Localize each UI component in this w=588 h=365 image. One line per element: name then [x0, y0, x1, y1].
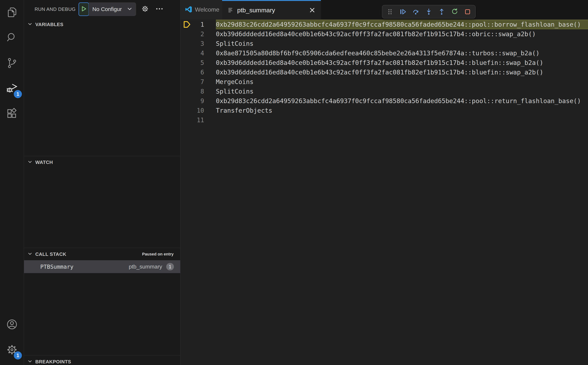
sidebar-header: RUN AND DEBUG No Configur — [24, 0, 180, 18]
debug-config-dropdown[interactable]: No Configur — [89, 2, 136, 16]
execution-pointer-icon — [181, 21, 192, 28]
code-line: 3 SplitCoins — [181, 39, 588, 48]
account-icon — [6, 318, 18, 331]
code-text[interactable]: 0xb29d83c26cdd2a64959263abbcfc4a6937f0c9… — [216, 96, 588, 106]
restart-button[interactable] — [451, 8, 458, 15]
tab-welcome[interactable]: Welcome — [181, 0, 222, 19]
sidebar-title: RUN AND DEBUG — [35, 7, 76, 12]
variables-section: VARIABLES — [24, 18, 180, 156]
file-lines-icon — [228, 7, 234, 13]
stack-frame-badge: 1 — [166, 263, 174, 270]
search-icon — [6, 32, 18, 44]
play-icon — [81, 6, 87, 13]
code-text[interactable]: 0xb39d6dddedd16ed8a40ce0b1e6b43c92acf0ff… — [216, 29, 588, 39]
close-icon[interactable] — [309, 7, 315, 13]
sidebar-item-explorer[interactable] — [0, 0, 24, 25]
run-and-debug-sidebar: RUN AND DEBUG No Configur — [24, 0, 180, 365]
line-number: 8 — [192, 88, 204, 95]
step-into-button[interactable] — [425, 8, 432, 15]
code-line: 9 0xb29d83c26cdd2a64959263abbcfc4a6937f0… — [181, 96, 588, 106]
sidebar-item-source-control[interactable] — [0, 51, 24, 76]
code-text[interactable]: 0xb29d83c26cdd2a64959263abbcfc4a6937f0c9… — [216, 20, 588, 29]
code-text[interactable]: TransferObjects — [216, 106, 588, 115]
code-line: 2 0xb39d6dddedd16ed8a40ce0b1e6b43c92acf0… — [181, 29, 588, 39]
sidebar-item-run-and-debug[interactable]: 1 — [0, 76, 24, 101]
stop-icon — [464, 8, 471, 15]
step-over-button[interactable] — [412, 8, 420, 15]
continue-button[interactable] — [399, 8, 406, 15]
restart-icon — [451, 8, 458, 15]
code-line: 10 TransferObjects — [181, 106, 588, 115]
gear-icon — [141, 10, 149, 13]
line-number: 6 — [192, 69, 204, 76]
debug-sessions-badge: 1 — [14, 90, 22, 98]
stack-frame-source: ptb_summary — [129, 264, 162, 270]
activity-bar-bottom: 1 — [0, 312, 24, 365]
code-text[interactable]: MergeCoins — [216, 77, 588, 87]
line-number: 3 — [192, 40, 204, 47]
breakpoints-section-header[interactable]: BREAKPOINTS — [24, 356, 180, 365]
line-number: 9 — [192, 98, 204, 105]
ellipsis-icon — [156, 10, 163, 13]
line-number: 1 — [192, 21, 204, 28]
code-line: 1 0xb29d83c26cdd2a64959263abbcfc4a6937f0… — [181, 20, 588, 29]
manage-button[interactable]: 1 — [0, 337, 24, 363]
debug-config-label: No Configur — [92, 6, 127, 12]
debug-launch-control: No Configur — [78, 2, 136, 16]
code-line: 4 0x8ae871505a80d8bf6bf9c05906cda6edfeea… — [181, 48, 588, 58]
accounts-button[interactable] — [0, 312, 24, 337]
debug-toolbar — [382, 5, 476, 19]
line-number: 7 — [192, 78, 204, 85]
chevron-down-icon — [127, 6, 132, 12]
section-label: BREAKPOINTS — [35, 359, 71, 365]
code-text[interactable]: 0xb39d6dddedd16ed8a40ce0b1e6b43c92acf0ff… — [216, 58, 588, 67]
code-line: 11 — [181, 115, 588, 125]
step-over-icon — [412, 8, 420, 15]
code-line: 8 SplitCoins — [181, 87, 588, 96]
extensions-icon — [6, 108, 18, 120]
step-out-button[interactable] — [438, 8, 445, 15]
chevron-down-icon — [27, 21, 33, 28]
code-line: 6 0xb39d6dddedd16ed8a40ce0b1e6b43c92acf0… — [181, 67, 588, 77]
code-text[interactable]: 0x8ae871505a80d8bf6bf9c05906cda6edfeea46… — [216, 48, 588, 58]
vscode-logo-icon — [185, 6, 192, 14]
views-more-actions-button[interactable] — [156, 5, 163, 14]
continue-icon — [399, 8, 406, 15]
watch-section: WATCH — [24, 156, 180, 248]
grip-dots-icon — [386, 8, 394, 15]
toolbar-drag-handle[interactable] — [386, 8, 394, 15]
source-control-icon — [6, 57, 18, 70]
call-stack-section: CALL STACK Paused on entry PTBSummary pt… — [24, 248, 180, 355]
line-number: 11 — [192, 117, 204, 124]
stack-frame-name: PTBSummary — [40, 264, 74, 270]
vscode-window: 1 — [0, 0, 588, 365]
activity-bar-top: 1 — [0, 0, 24, 127]
sidebar-item-extensions[interactable] — [0, 101, 24, 127]
code-text[interactable]: 0xb39d6dddedd16ed8a40ce0b1e6b43c92acf0ff… — [216, 67, 588, 77]
section-label: WATCH — [35, 160, 53, 165]
sidebar-item-search[interactable] — [0, 25, 24, 51]
code-text[interactable]: SplitCoins — [216, 39, 588, 48]
line-number: 2 — [192, 30, 204, 38]
code-line: 5 0xb39d6dddedd16ed8a40ce0b1e6b43c92acf0… — [181, 58, 588, 67]
tab-ptb-summary[interactable]: ptb_summary — [222, 0, 321, 19]
open-launch-json-button[interactable] — [141, 5, 149, 14]
line-number: 4 — [192, 50, 204, 57]
watch-section-header[interactable]: WATCH — [24, 156, 180, 168]
stop-button[interactable] — [464, 8, 471, 15]
start-debug-button[interactable] — [78, 2, 89, 16]
chevron-down-icon — [27, 251, 33, 257]
code-text[interactable]: SplitCoins — [216, 87, 588, 96]
breakpoints-section: BREAKPOINTS — [24, 355, 180, 365]
code-editor[interactable]: 1 0xb29d83c26cdd2a64959263abbcfc4a6937f0… — [181, 19, 588, 365]
chevron-down-icon — [27, 159, 33, 165]
step-out-icon — [438, 8, 445, 15]
call-stack-section-header[interactable]: CALL STACK Paused on entry — [24, 248, 180, 260]
variables-section-header[interactable]: VARIABLES — [24, 18, 180, 30]
tab-label: Welcome — [195, 6, 219, 13]
settings-badge: 1 — [14, 351, 22, 359]
step-into-icon — [425, 8, 432, 15]
stack-frame-row[interactable]: PTBSummary ptb_summary 1 — [24, 260, 180, 273]
code-text[interactable] — [216, 115, 588, 125]
line-number: 10 — [192, 107, 204, 114]
